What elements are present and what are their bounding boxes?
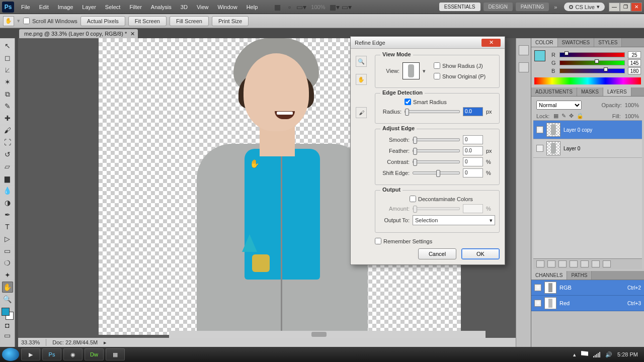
group-icon[interactable]: [581, 260, 589, 267]
layer-mask-icon[interactable]: [558, 260, 567, 267]
tool-3dcam-icon[interactable]: ✦: [2, 269, 13, 281]
tool-gradient-icon[interactable]: ▆: [2, 173, 13, 184]
menu-select[interactable]: Select: [101, 3, 125, 12]
tool-history-brush-icon[interactable]: ↺: [2, 149, 13, 160]
window-restore-icon[interactable]: ❐: [620, 3, 631, 12]
channel-row[interactable]: 👁 RGB Ctrl+2: [531, 280, 644, 296]
tool-stamp-icon[interactable]: ⛶: [2, 137, 13, 148]
zoom-tool-icon[interactable]: 🔍: [356, 56, 367, 67]
tab-channels[interactable]: CHANNELS: [531, 271, 567, 280]
screenmode-icon[interactable]: ▭: [2, 331, 13, 340]
feather-input[interactable]: 0.0: [463, 146, 483, 155]
show-radius-checkbox[interactable]: Show Radius (J): [434, 62, 486, 69]
r-value[interactable]: 25: [628, 51, 641, 58]
menu-image[interactable]: Image: [54, 3, 77, 12]
visibility-icon[interactable]: [536, 145, 543, 152]
view-thumbnail-button[interactable]: [403, 62, 420, 79]
visibility-icon[interactable]: 👁: [536, 126, 543, 133]
layer-fx-icon[interactable]: [547, 260, 555, 267]
lock-all-icon[interactable]: 🔒: [577, 113, 584, 119]
b-slider[interactable]: [559, 68, 625, 73]
zoom-level[interactable]: 100%: [311, 4, 325, 10]
color-spectrum[interactable]: [534, 77, 641, 84]
launch-bridge-icon[interactable]: ▦: [272, 2, 283, 13]
smooth-slider[interactable]: [413, 138, 460, 141]
smooth-input[interactable]: 0: [463, 135, 483, 144]
statusbar-more-icon[interactable]: ▸: [104, 339, 107, 346]
lock-position-icon[interactable]: ✥: [569, 113, 574, 119]
document-tab[interactable]: me.png @ 33.3% (Layer 0 copy, RGB/8) * ✕: [19, 29, 138, 38]
menu-view[interactable]: View: [193, 3, 213, 12]
r-slider[interactable]: [559, 52, 625, 57]
tool-brush-icon[interactable]: 🖌: [2, 125, 13, 136]
taskbar-dreamweaver-icon[interactable]: Dw: [85, 348, 104, 360]
layer-thumbnail[interactable]: [546, 123, 560, 137]
menu-help[interactable]: Help: [243, 3, 262, 12]
network-icon[interactable]: [593, 351, 600, 357]
channel-row[interactable]: 👁 Red Ctrl+3: [531, 296, 644, 311]
tool-path-icon[interactable]: ▷: [2, 233, 13, 244]
window-close-icon[interactable]: ✕: [631, 3, 642, 12]
quickmask-icon[interactable]: ◘: [2, 321, 13, 330]
tab-styles[interactable]: STYLES: [594, 38, 622, 47]
volume-icon[interactable]: 🔊: [605, 351, 612, 358]
dialog-titlebar[interactable]: Refine Edge ✕: [351, 37, 505, 49]
tool-type-icon[interactable]: T: [2, 221, 13, 232]
cs-live-button[interactable]: CS Live▾: [564, 3, 605, 11]
screen-mode-icon[interactable]: ▭▾: [341, 2, 352, 13]
workspace-essentials[interactable]: ESSENTIALS: [439, 3, 480, 11]
menu-edit[interactable]: Edit: [35, 3, 53, 12]
link-layers-icon[interactable]: [536, 260, 544, 267]
actual-pixels-button[interactable]: Actual Pixels: [80, 16, 125, 26]
scroll-all-windows-checkbox[interactable]: Scroll All Windows: [23, 18, 77, 24]
taskbar-chrome-icon[interactable]: ◉: [63, 348, 83, 360]
contrast-input[interactable]: 0: [463, 157, 483, 166]
workspace-more-icon[interactable]: »: [554, 4, 557, 10]
layer-name[interactable]: Layer 0 copy: [564, 127, 592, 133]
tool-preset-hand-icon[interactable]: ✋: [3, 16, 14, 26]
opacity-value[interactable]: 100%: [625, 102, 639, 108]
radius-slider[interactable]: [405, 110, 460, 113]
visibility-icon[interactable]: 👁: [534, 300, 541, 307]
new-layer-icon[interactable]: [592, 260, 600, 267]
tool-move-icon[interactable]: ↖: [2, 40, 13, 51]
tab-swatches[interactable]: SWATCHES: [558, 38, 595, 47]
menu-window[interactable]: Window: [214, 3, 242, 12]
shift-edge-slider[interactable]: [413, 171, 460, 174]
taskbar-photoshop-icon[interactable]: Ps: [42, 348, 61, 360]
color-swatches[interactable]: [2, 308, 14, 320]
ok-button[interactable]: OK: [461, 248, 500, 259]
taskbar-mediaplayer-icon[interactable]: ▶: [21, 348, 40, 360]
visibility-icon[interactable]: 👁: [534, 284, 541, 291]
tool-dodge-icon[interactable]: ◑: [2, 197, 13, 208]
arrange-docs-icon[interactable]: ▦▾: [329, 2, 340, 13]
output-to-select[interactable]: Selection▾: [413, 215, 495, 225]
print-size-button[interactable]: Print Size: [212, 16, 249, 26]
tab-masks[interactable]: MASKS: [577, 87, 603, 96]
clock[interactable]: 5:28 PM: [617, 351, 638, 357]
dock-properties-icon[interactable]: [519, 62, 529, 72]
contrast-slider[interactable]: [413, 160, 460, 163]
b-value[interactable]: 180: [628, 67, 641, 74]
tool-pen-icon[interactable]: ✒: [2, 209, 13, 220]
layer-row[interactable]: Layer 0: [533, 139, 642, 158]
horizontal-scrollbar[interactable]: [169, 331, 486, 338]
start-button[interactable]: [2, 348, 19, 361]
show-original-checkbox[interactable]: Show Original (P): [434, 73, 486, 79]
radius-input[interactable]: 0.0: [463, 107, 483, 116]
tool-hand-icon[interactable]: ✋: [2, 282, 13, 293]
action-center-icon[interactable]: [581, 351, 588, 358]
dock-history-icon[interactable]: [519, 45, 529, 55]
tool-lasso-icon[interactable]: ⟀: [2, 64, 13, 75]
tool-healing-icon[interactable]: ✚: [2, 113, 13, 124]
layer-fill-value[interactable]: 100%: [625, 113, 639, 119]
tool-blur-icon[interactable]: 💧: [2, 185, 13, 196]
tab-color[interactable]: COLOR: [531, 38, 558, 47]
tool-3d-icon[interactable]: ❍: [2, 257, 13, 268]
tool-zoom-icon[interactable]: 🔍: [2, 294, 13, 305]
zoom-readout[interactable]: 33.33%: [21, 339, 40, 345]
doc-size-readout[interactable]: Doc: 22.8M/44.5M: [52, 339, 98, 345]
workspace-design[interactable]: DESIGN: [484, 3, 513, 11]
lock-pixels-icon[interactable]: ✎: [561, 113, 566, 119]
tray-expand-icon[interactable]: ▴: [573, 351, 576, 358]
